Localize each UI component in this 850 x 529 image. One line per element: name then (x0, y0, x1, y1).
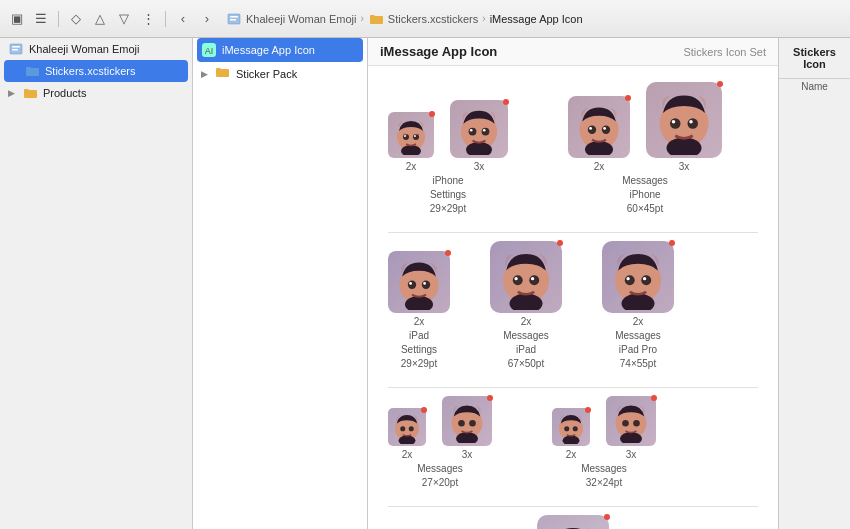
svg-point-46 (625, 275, 635, 285)
icon-appstore-1x: 1x (537, 515, 609, 529)
icon-messages-iphone-2x: 2x (568, 96, 630, 174)
icon-grid: 2x 3x iPhoneSettings29×29p (368, 66, 778, 529)
svg-point-48 (626, 277, 629, 280)
desc-messages-iphone: MessagesiPhone60×45pt (622, 174, 668, 216)
desc-ipad-settings: iPadSettings29×29pt (401, 329, 437, 371)
breadcrumb-project[interactable]: Khaleeji Woman Emoji (246, 13, 356, 25)
icon-messages-ipad-2x: 2x (490, 241, 562, 329)
svg-point-12 (404, 135, 406, 137)
corner-dot-tr-12 (604, 514, 610, 520)
toolbar: ▣ ☰ ◇ △ ▽ ⋮ ‹ › Khaleeji Woman Emoji › S… (0, 0, 850, 38)
icon-wrapper-9 (442, 396, 492, 446)
toolbar-icon-2[interactable]: ☰ (32, 10, 50, 28)
svg-point-56 (458, 420, 465, 427)
icon-face-md-1 (568, 96, 630, 158)
svg-point-10 (403, 134, 409, 140)
icon-wrapper-8 (388, 408, 426, 446)
icon-face-ipad-1 (388, 251, 450, 313)
icon-group-messages-ipadpro: 2x MessagesiPad Pro74×55pt (602, 241, 674, 371)
svg-point-64 (622, 420, 629, 427)
toolbar-icon-1[interactable]: ▣ (8, 10, 26, 28)
icon-wrapper-3 (568, 96, 630, 158)
svg-text:AI: AI (205, 46, 214, 56)
icon-messages-iphone-3x: 3x (646, 82, 722, 174)
icon-wrapper-1 (388, 112, 434, 158)
desc-messages-ipad: MessagesiPad67×50pt (503, 329, 549, 371)
svg-point-53 (409, 426, 414, 431)
corner-dot-tr-8 (421, 407, 427, 413)
icon-msg-small-3x-2: 3x (606, 396, 656, 462)
scale-3: 2x (594, 161, 605, 172)
svg-rect-1 (230, 16, 238, 18)
desc-messages-ipadpro: MessagesiPad Pro74×55pt (615, 329, 661, 371)
toolbar-forward-icon[interactable]: › (198, 10, 216, 28)
icon-wrapper-4 (646, 82, 722, 158)
imessage-icon-file-icon: AI (201, 42, 217, 58)
icon-group-appstore: 1x MessagesApp Store1024×768pt (537, 515, 609, 529)
svg-rect-4 (12, 46, 20, 48)
file-item-imessage-icon[interactable]: AI iMessage App Icon (197, 38, 363, 62)
svg-point-36 (409, 282, 412, 285)
icon-face-small-4 (606, 396, 656, 446)
file-item-sticker-pack[interactable]: ▶ Sticker Pack (193, 62, 367, 86)
stickers-folder-icon (24, 63, 40, 79)
icon-iphone-settings-3x: 3x (450, 100, 508, 174)
svg-point-31 (689, 120, 693, 124)
icon-face-appstore (537, 515, 609, 529)
corner-dot-tr-10 (585, 407, 591, 413)
sidebar-item-products[interactable]: ▶ Products (0, 82, 192, 104)
svg-point-49 (643, 277, 646, 280)
svg-point-28 (670, 118, 681, 129)
svg-point-57 (469, 420, 476, 427)
svg-point-18 (470, 129, 473, 132)
scale-5: 2x (414, 316, 425, 327)
svg-point-25 (603, 127, 606, 130)
toolbar-icon-3[interactable]: ◇ (67, 10, 85, 28)
svg-point-30 (672, 120, 676, 124)
icon-wrapper-5 (388, 251, 450, 313)
icon-face-small-1 (388, 408, 426, 446)
toolbar-icon-5[interactable]: ▽ (115, 10, 133, 28)
desc-messages-small-1: Messages27×20pt (417, 462, 463, 490)
svg-point-60 (564, 426, 569, 431)
sidebar-item-project[interactable]: Khaleeji Woman Emoji (0, 38, 192, 60)
toolbar-icon-4[interactable]: △ (91, 10, 109, 28)
breadcrumb-folder[interactable]: Stickers.xcstickers (388, 13, 478, 25)
scale-1: 2x (406, 161, 417, 172)
toolbar-back-icon[interactable]: ‹ (174, 10, 192, 28)
icon-group-messages-ipad: 2x MessagesiPad67×50pt (490, 241, 562, 371)
icon-face-md-2 (646, 82, 722, 158)
file-item-sticker-label: Sticker Pack (236, 68, 297, 80)
svg-point-23 (602, 126, 610, 134)
svg-point-35 (422, 281, 430, 289)
content-title: iMessage App Icon (380, 44, 497, 59)
toolbar-separator-2 (165, 11, 166, 27)
svg-point-47 (641, 275, 651, 285)
divider-1 (388, 232, 758, 233)
icon-wrapper-12 (537, 515, 609, 529)
sidebar: Khaleeji Woman Emoji Stickers.xcstickers… (0, 38, 193, 529)
right-panel-name-label: Name (779, 78, 850, 94)
icon-group-messages-iphone: 2x 3x MessagesiPhone60×45p (568, 82, 722, 216)
icon-wrapper-10 (552, 408, 590, 446)
project-icon (8, 41, 24, 57)
toolbar-icon-6[interactable]: ⋮ (139, 10, 157, 28)
icon-face-ipad-2 (490, 241, 562, 313)
icon-wrapper-11 (606, 396, 656, 446)
sidebar-item-stickers[interactable]: Stickers.xcstickers (4, 60, 188, 82)
sticker-pack-folder-icon (215, 66, 231, 82)
svg-point-34 (408, 281, 416, 289)
scale-6: 2x (521, 316, 532, 327)
corner-dot-tr-2 (503, 99, 509, 105)
icon-group-messages-small-1: 2x 3x Messages27×20pt (388, 396, 492, 490)
svg-point-24 (589, 127, 592, 130)
icon-msg-small-2x-1: 2x (388, 408, 426, 462)
corner-dot-tr-6 (557, 240, 563, 246)
breadcrumb-current: iMessage App Icon (490, 13, 583, 25)
svg-rect-5 (12, 49, 18, 51)
icon-wrapper-7 (602, 241, 674, 313)
corner-dot-tr-9 (487, 395, 493, 401)
icon-wrapper-6 (490, 241, 562, 313)
icon-face-ipadpro-1 (602, 241, 674, 313)
desc-messages-small-2: Messages32×24pt (581, 462, 627, 490)
